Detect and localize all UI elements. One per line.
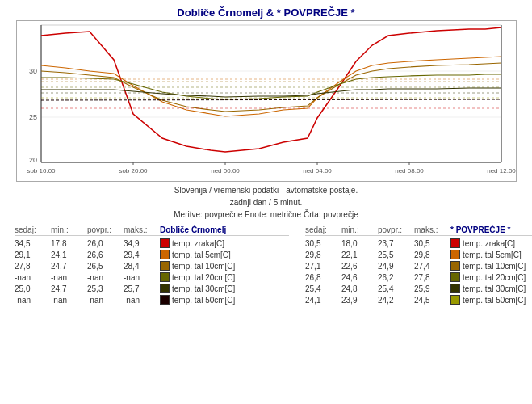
legend-label: temp. tal 50cm[C] xyxy=(450,295,532,305)
cell-povpr: 24,2 xyxy=(378,296,414,305)
legend-text: temp. tal 5cm[C] xyxy=(463,250,522,259)
cell-sedaj: 34,5 xyxy=(15,239,51,248)
cell-sedaj: -nan xyxy=(15,273,51,282)
legend-label: temp. tal 20cm[C] xyxy=(160,272,289,282)
table-row: -nan -nan -nan -nan temp. tal 50cm[C] xyxy=(15,294,289,305)
cell-maks: -nan xyxy=(124,273,160,282)
cell-sedaj: 26,8 xyxy=(305,273,341,282)
cell-min: 23,9 xyxy=(341,296,378,305)
table-row: -nan -nan -nan -nan temp. tal 20cm[C] xyxy=(15,271,289,283)
cell-min: -nan xyxy=(51,273,87,282)
col-maks-1: maks.: xyxy=(124,225,160,234)
col-sedaj-2: sedaj: xyxy=(305,225,341,234)
cell-sedaj: 29,1 xyxy=(15,250,51,259)
cell-povpr: 26,0 xyxy=(87,239,124,248)
legend-label: temp. tal 50cm[C] xyxy=(160,295,289,305)
cell-sedaj: 29,8 xyxy=(305,250,341,259)
table-row: 24,1 23,9 24,2 24,5 temp. tal 50cm[C] xyxy=(305,294,532,305)
cell-min: 24,7 xyxy=(51,284,87,293)
table-row: 25,0 24,7 25,3 25,7 temp. tal 30cm[C] xyxy=(15,283,289,294)
legend-text: temp. tal 20cm[C] xyxy=(463,273,526,282)
cell-sedaj: 27,1 xyxy=(305,262,341,271)
cell-min: 17,8 xyxy=(51,239,87,248)
svg-text:ned 00:00: ned 00:00 xyxy=(211,167,240,175)
cell-maks: -nan xyxy=(124,296,160,305)
col-maks-2: maks.: xyxy=(414,225,450,234)
cell-povpr: -nan xyxy=(87,273,124,282)
cell-maks: 27,8 xyxy=(414,273,450,282)
legend-label: temp. tal 5cm[C] xyxy=(450,250,532,259)
cell-min: -nan xyxy=(51,296,87,305)
cell-min: 18,0 xyxy=(341,239,378,248)
col-min-2: min.: xyxy=(341,225,378,234)
cell-povpr: 24,9 xyxy=(378,262,414,271)
legend-text: temp. tal 10cm[C] xyxy=(172,262,235,271)
cell-min: 22,1 xyxy=(341,250,378,259)
cell-povpr: -nan xyxy=(87,296,124,305)
chart-subtitle: Slovenija / vremenski podatki - avtomats… xyxy=(6,184,526,221)
svg-text:ned 04:00: ned 04:00 xyxy=(303,167,332,175)
legend-color-dot xyxy=(450,295,460,305)
table-row: 30,5 18,0 23,7 30,5 temp. zraka[C] xyxy=(305,238,532,249)
legend-text: temp. tal 30cm[C] xyxy=(172,284,235,293)
svg-text:ned 12:00: ned 12:00 xyxy=(487,167,516,175)
col-min-1: min.: xyxy=(51,225,87,234)
legend-label: temp. tal 30cm[C] xyxy=(160,284,289,293)
legend-color-dot xyxy=(160,272,170,282)
cell-sedaj: 25,4 xyxy=(305,284,341,293)
table-row: 27,1 22,6 24,9 27,4 temp. tal 10cm[C] xyxy=(305,260,532,271)
block2-title: * POVPREČJE * xyxy=(450,225,532,234)
table-row: 34,5 17,8 26,0 34,9 temp. zraka[C] xyxy=(15,238,289,249)
cell-maks: 24,5 xyxy=(414,296,450,305)
cell-povpr: 26,2 xyxy=(378,273,414,282)
cell-min: 22,6 xyxy=(341,262,378,271)
legend-label: temp. zraka[C] xyxy=(160,238,289,248)
legend-label: temp. tal 10cm[C] xyxy=(450,261,532,271)
legend-color-dot xyxy=(450,238,460,248)
col-povpr-2: povpr.: xyxy=(378,225,414,234)
chart-svg: 30 25 20 sob 16:00 sob 20:00 ned 00:00 n… xyxy=(17,21,517,182)
legend-color-dot xyxy=(160,284,170,293)
table-row: 26,8 24,6 26,2 27,8 temp. tal 20cm[C] xyxy=(305,271,532,283)
cell-sedaj: 30,5 xyxy=(305,239,341,248)
svg-text:30: 30 xyxy=(28,67,36,75)
legend-color-dot xyxy=(160,238,170,248)
legend-text: temp. tal 50cm[C] xyxy=(172,296,235,305)
legend-color-dot xyxy=(450,250,460,259)
data-header-1: sedaj: min.: povpr.: maks.: Dobliče Črno… xyxy=(15,225,289,236)
cell-maks: 29,4 xyxy=(124,250,160,259)
cell-sedaj: -nan xyxy=(15,296,51,305)
legend-color-dot xyxy=(450,284,460,293)
cell-sedaj: 27,8 xyxy=(15,262,51,271)
data-section: sedaj: min.: povpr.: maks.: Dobliče Črno… xyxy=(6,222,526,309)
col-povpr-1: povpr.: xyxy=(87,225,124,234)
col-sedaj-1: sedaj: xyxy=(15,225,51,234)
cell-maks: 30,5 xyxy=(414,239,450,248)
svg-text:sob 20:00: sob 20:00 xyxy=(119,167,148,175)
legend-color-dot xyxy=(450,272,460,282)
cell-maks: 27,4 xyxy=(414,262,450,271)
legend-label: temp. tal 5cm[C] xyxy=(160,250,289,259)
cell-povpr: 25,3 xyxy=(87,284,124,293)
cell-povpr: 23,7 xyxy=(378,239,414,248)
cell-povpr: 25,4 xyxy=(378,284,414,293)
cell-maks: 25,9 xyxy=(414,284,450,293)
legend-color-dot xyxy=(160,295,170,305)
cell-min: 24,1 xyxy=(51,250,87,259)
svg-text:sob 16:00: sob 16:00 xyxy=(27,167,56,175)
cell-sedaj: 24,1 xyxy=(305,296,341,305)
cell-min: 24,7 xyxy=(51,262,87,271)
data-block-doblice: sedaj: min.: povpr.: maks.: Dobliče Črno… xyxy=(15,225,289,305)
legend-text: temp. tal 20cm[C] xyxy=(172,273,235,282)
page-title: Dobliče Črnomelj & * POVPREČJE * xyxy=(6,3,526,20)
legend-text: temp. tal 30cm[C] xyxy=(463,284,526,293)
cell-maks: 28,4 xyxy=(124,262,160,271)
legend-label: temp. tal 10cm[C] xyxy=(160,261,289,271)
cell-min: 24,6 xyxy=(341,273,378,282)
table-row: 27,8 24,7 26,5 28,4 temp. tal 10cm[C] xyxy=(15,260,289,271)
legend-color-dot xyxy=(450,261,460,271)
legend-label: temp. tal 30cm[C] xyxy=(450,284,532,293)
legend-color-dot xyxy=(160,261,170,271)
table-row: 29,1 24,1 26,6 29,4 temp. tal 5cm[C] xyxy=(15,249,289,260)
legend-text: temp. tal 50cm[C] xyxy=(463,296,526,305)
